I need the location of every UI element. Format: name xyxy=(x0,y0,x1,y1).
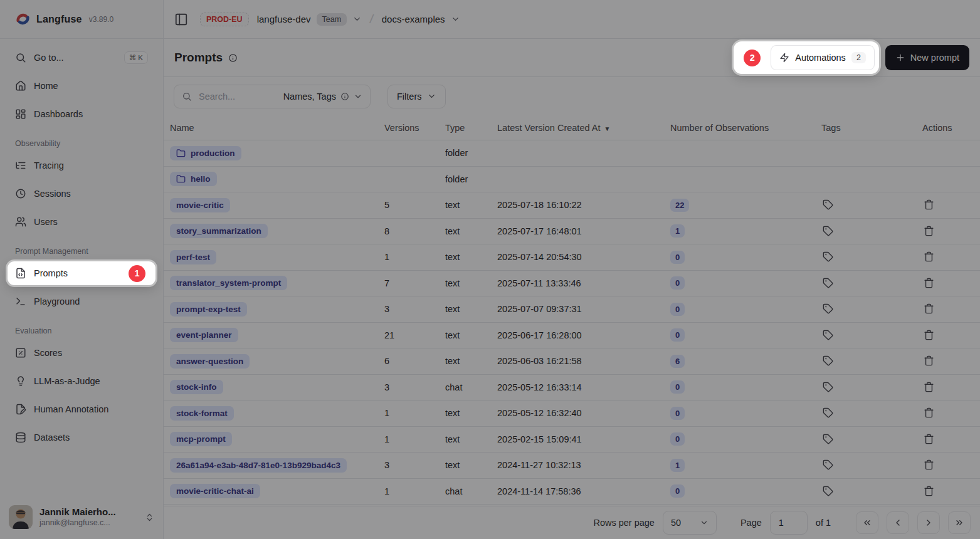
observation-count-badge[interactable]: 0 xyxy=(670,380,685,394)
prompt-name-pill[interactable]: stock-format xyxy=(170,406,234,421)
sidebar-item-datasets[interactable]: Datasets xyxy=(8,426,155,449)
prompt-name-pill[interactable]: event-planner xyxy=(170,328,238,342)
sidebar-item-llm-as-a-judge[interactable]: LLM-as-a-Judge xyxy=(8,369,155,393)
delete-prompt-button[interactable] xyxy=(922,432,935,446)
observation-count-badge[interactable]: 6 xyxy=(670,355,685,368)
column-header-actions[interactable]: Actions xyxy=(922,123,980,133)
breadcrumb-project[interactable]: docs-examples xyxy=(382,14,460,24)
next-page-button[interactable] xyxy=(917,511,940,534)
table-row[interactable]: stock-format1text2025-05-12 16:32:400 xyxy=(164,400,980,427)
tags-button[interactable] xyxy=(821,458,835,471)
table-row[interactable]: productionfolder xyxy=(164,140,980,167)
tags-button[interactable] xyxy=(821,250,835,263)
tags-button[interactable] xyxy=(821,328,835,342)
prompt-name-pill[interactable]: perf-test xyxy=(170,250,216,264)
prompt-name-pill[interactable]: story_summarization xyxy=(170,224,268,238)
delete-prompt-button[interactable] xyxy=(922,224,935,238)
sidebar-item-users[interactable]: Users xyxy=(8,210,155,234)
filters-button[interactable]: Filters xyxy=(387,85,446,108)
table-row[interactable]: mcp-prompt1text2025-02-15 15:09:410 xyxy=(164,427,980,453)
observation-count-badge[interactable]: 22 xyxy=(670,199,689,212)
prompt-name-pill[interactable]: movie-critic xyxy=(170,198,230,212)
column-header-tags[interactable]: Tags xyxy=(821,123,922,133)
observation-count-badge[interactable]: 0 xyxy=(670,303,685,316)
observation-count-badge[interactable]: 1 xyxy=(670,224,685,238)
table-row[interactable]: hellofolder xyxy=(164,167,980,193)
column-header-versions[interactable]: Versions xyxy=(384,123,445,133)
sidebar-item-goto[interactable]: Go to...⌘ K xyxy=(8,46,155,70)
column-header-latest-version-created-at[interactable]: Latest Version Created At▼ xyxy=(497,123,670,133)
delete-prompt-button[interactable] xyxy=(922,406,935,419)
delete-prompt-button[interactable] xyxy=(922,458,935,471)
prompt-name-pill[interactable]: stock-info xyxy=(170,380,223,394)
observation-count-badge[interactable]: 0 xyxy=(670,407,685,420)
sidebar-item-tracing[interactable]: Tracing xyxy=(8,154,155,177)
table-row[interactable]: movie-critic-chat-ai1chat2024-11-14 17:5… xyxy=(164,479,980,505)
prompt-name-pill[interactable]: translator_system-prompt xyxy=(170,276,287,290)
table-row[interactable]: movie-critic5text2025-07-18 16:10:2222 xyxy=(164,192,980,219)
page-number-input[interactable] xyxy=(770,511,808,535)
delete-prompt-button[interactable] xyxy=(922,354,935,367)
table-row[interactable]: event-planner21text2025-06-17 16:28:000 xyxy=(164,323,980,349)
prompt-name-pill[interactable]: 26a61a94-e3ab-48d7-81e0-13b929bad4c3 xyxy=(170,458,347,473)
sidebar-item-prompts[interactable]: Prompts1 xyxy=(8,261,155,285)
observation-count-badge[interactable]: 0 xyxy=(670,432,685,446)
tags-button[interactable] xyxy=(821,224,835,238)
folder-name-pill[interactable]: production xyxy=(170,146,241,160)
table-row[interactable]: perf-test1text2025-07-14 20:54:300 xyxy=(164,244,980,271)
tags-button[interactable] xyxy=(821,198,835,211)
table-row[interactable]: stock-info3chat2025-05-12 16:33:140 xyxy=(164,375,980,401)
column-header-type[interactable]: Type xyxy=(445,123,497,133)
folder-name-pill[interactable]: hello xyxy=(170,172,217,186)
tags-button[interactable] xyxy=(821,354,835,367)
observation-count-badge[interactable]: 0 xyxy=(670,484,685,498)
table-row[interactable]: prompt-exp-test3text2025-07-07 09:37:310 xyxy=(164,296,980,323)
table-row[interactable]: 26a61a94-e3ab-48d7-81e0-13b929bad4c33tex… xyxy=(164,453,980,479)
delete-prompt-button[interactable] xyxy=(922,328,935,342)
environment-badge[interactable]: PROD-EU xyxy=(200,13,249,26)
tags-button[interactable] xyxy=(821,302,835,315)
delete-prompt-button[interactable] xyxy=(922,302,935,315)
column-header-number-of-observations[interactable]: Number of Observations xyxy=(670,123,821,133)
tags-button[interactable] xyxy=(821,484,835,498)
delete-prompt-button[interactable] xyxy=(922,276,935,290)
delete-prompt-button[interactable] xyxy=(922,198,935,211)
delete-prompt-button[interactable] xyxy=(922,380,935,394)
user-menu[interactable]: Jannik Maierho... jannik@langfuse.c... xyxy=(0,498,163,539)
sidebar-toggle-button[interactable] xyxy=(174,13,188,26)
previous-page-button[interactable] xyxy=(887,511,909,534)
prompt-name-pill[interactable]: answer-question xyxy=(170,354,250,369)
sidebar-item-sessions[interactable]: Sessions xyxy=(8,182,155,206)
first-page-button[interactable] xyxy=(856,511,878,534)
delete-prompt-button[interactable] xyxy=(922,250,935,263)
sidebar-item-home[interactable]: Home xyxy=(8,74,155,98)
sidebar-item-playground[interactable]: Playground xyxy=(8,290,155,313)
table-row[interactable]: translator_system-prompt7text2025-07-11 … xyxy=(164,271,980,297)
search-scope-select[interactable]: Names, Tags xyxy=(283,92,362,102)
prompt-name-pill[interactable]: movie-critic-chat-ai xyxy=(170,484,260,498)
page-info-button[interactable] xyxy=(228,53,238,63)
tags-button[interactable] xyxy=(821,276,835,290)
observation-count-badge[interactable]: 0 xyxy=(670,251,685,264)
rows-per-page-select[interactable]: 50 xyxy=(663,511,717,535)
tags-button[interactable] xyxy=(821,380,835,394)
observation-count-badge[interactable]: 1 xyxy=(670,459,685,472)
sidebar-item-dashboards[interactable]: Dashboards xyxy=(8,102,155,126)
table-row[interactable]: answer-question6text2025-06-03 16:21:586 xyxy=(164,348,980,375)
tags-button[interactable] xyxy=(821,406,835,419)
table-row[interactable]: story_summarization8text2025-07-17 16:48… xyxy=(164,219,980,245)
sidebar-item-scores[interactable]: Scores xyxy=(8,341,155,365)
sidebar-item-human-annotation[interactable]: Human Annotation xyxy=(8,397,155,421)
new-prompt-button[interactable]: New prompt xyxy=(885,45,969,70)
delete-prompt-button[interactable] xyxy=(922,484,935,498)
search-input[interactable] xyxy=(198,91,278,102)
prompt-name-pill[interactable]: mcp-prompt xyxy=(170,432,232,446)
observation-count-badge[interactable]: 0 xyxy=(670,328,685,342)
column-header-name[interactable]: Name xyxy=(170,123,384,133)
observation-count-badge[interactable]: 0 xyxy=(670,276,685,290)
automations-button[interactable]: Automations 2 xyxy=(771,45,875,70)
tags-button[interactable] xyxy=(821,432,835,446)
last-page-button[interactable] xyxy=(948,511,971,534)
prompt-name-pill[interactable]: prompt-exp-test xyxy=(170,302,247,317)
breadcrumb-organization[interactable]: langfuse-dev Team xyxy=(257,13,362,26)
